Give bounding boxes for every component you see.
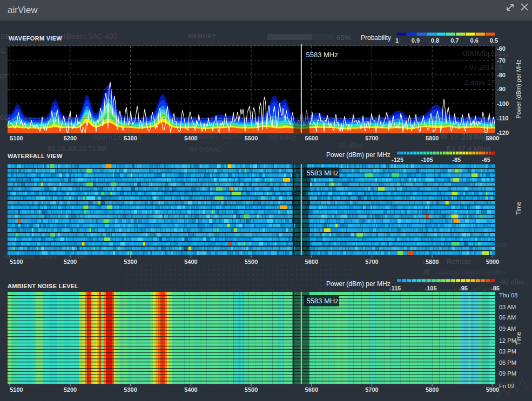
svg-text:03 AM: 03 AM: [499, 304, 516, 310]
svg-text:5100: 5100: [10, 135, 23, 141]
svg-text:-95: -95: [459, 285, 468, 291]
svg-text:09 AM: 09 AM: [499, 325, 516, 332]
svg-text:12 PM: 12 PM: [499, 337, 516, 344]
svg-text:5200: 5200: [64, 259, 77, 265]
svg-text:Time: Time: [515, 332, 522, 345]
svg-text:5100: 5100: [10, 386, 23, 393]
svg-text:0.6: 0.6: [470, 37, 479, 44]
svg-text:2 days 17:2: 2 days 17:2: [464, 78, 501, 86]
svg-text:-85: -85: [491, 285, 500, 291]
svg-text:-65: -65: [482, 157, 490, 163]
svg-text:-70: -70: [497, 57, 506, 64]
svg-text:1: 1: [395, 37, 399, 44]
svg-text:5100: 5100: [10, 259, 23, 265]
svg-text:-100: -100: [497, 100, 509, 107]
svg-text:5400: 5400: [184, 259, 197, 265]
svg-text:5700: 5700: [365, 386, 378, 393]
svg-text:0.8: 0.8: [431, 37, 439, 44]
svg-text:5200: 5200: [64, 386, 77, 393]
svg-text:-110: -110: [497, 115, 508, 121]
svg-text:06 PM: 06 PM: [499, 359, 516, 366]
svg-text:Thu 08: Thu 08: [499, 292, 517, 298]
svg-text:06 AM: 06 AM: [499, 314, 516, 321]
svg-text:Time: Time: [515, 202, 522, 215]
svg-text:Power (dBm) per MHz: Power (dBm) per MHz: [515, 60, 522, 119]
svg-text:03 PM: 03 PM: [499, 348, 516, 355]
svg-text:-80: -80: [497, 72, 506, 78]
svg-text:5700: 5700: [365, 259, 378, 265]
svg-text:5583 MHz: 5583 MHz: [306, 51, 338, 59]
svg-text:-90: -90: [497, 86, 506, 92]
svg-text:5300: 5300: [124, 259, 137, 265]
svg-text:-60: -60: [497, 45, 506, 52]
svg-text:0.5: 0.5: [490, 37, 498, 44]
svg-text:5600: 5600: [305, 135, 318, 141]
svg-text:-105: -105: [425, 285, 436, 291]
svg-text:5400: 5400: [184, 386, 197, 393]
svg-text:5800: 5800: [426, 386, 439, 393]
svg-text:7.07.2016, 0: 7.07.2016, 0: [463, 63, 502, 71]
svg-text:-105: -105: [421, 157, 433, 163]
svg-text:0.9: 0.9: [412, 37, 420, 44]
svg-text:5583 MHz: 5583 MHz: [307, 297, 339, 305]
svg-text:5200: 5200: [64, 135, 77, 141]
svg-text:09 PM: 09 PM: [499, 370, 516, 377]
svg-text:-125: -125: [392, 157, 403, 163]
svg-text:5400: 5400: [184, 135, 197, 141]
svg-text:5900: 5900: [486, 259, 499, 265]
svg-text:5600: 5600: [305, 386, 318, 393]
svg-text:-115: -115: [389, 285, 401, 291]
svg-text:5300: 5300: [124, 386, 137, 393]
svg-text:5500: 5500: [245, 135, 258, 141]
svg-text:5500: 5500: [245, 386, 258, 393]
svg-text:5900: 5900: [486, 386, 499, 393]
svg-text:5700: 5700: [365, 135, 378, 141]
svg-text:0.7: 0.7: [450, 37, 459, 44]
svg-text:-85: -85: [452, 157, 461, 163]
svg-text:5600: 5600: [305, 259, 318, 265]
svg-text:5300: 5300: [124, 135, 137, 141]
svg-text:5583 MHz: 5583 MHz: [307, 169, 339, 177]
svg-text:5900: 5900: [486, 135, 499, 141]
svg-text:5500: 5500: [245, 259, 258, 265]
svg-text:5800: 5800: [426, 135, 439, 141]
svg-text:5800: 5800: [426, 259, 439, 265]
